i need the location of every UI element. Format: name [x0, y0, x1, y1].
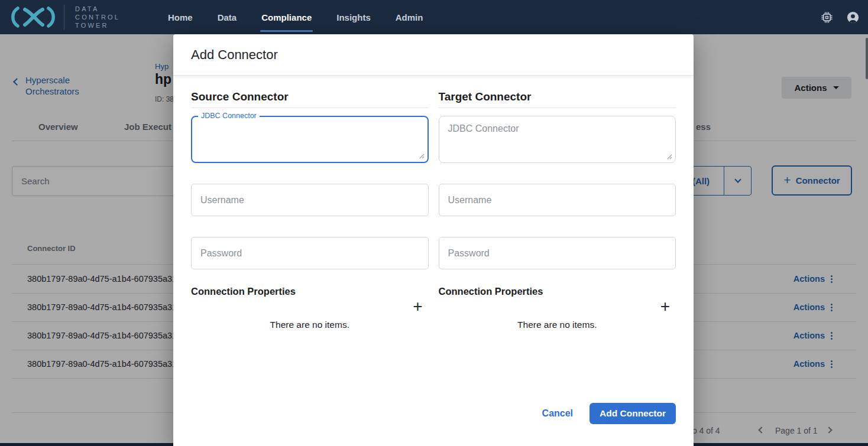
modal-footer: Cancel Add Connector [542, 403, 676, 424]
target-connector-section: Target Connector Connection Properties + [439, 76, 676, 330]
source-username-input[interactable] [192, 184, 428, 216]
brand-line: TOWER [75, 21, 120, 30]
add-connector-submit-button[interactable]: Add Connector [590, 403, 676, 424]
nav-item-admin[interactable]: Admin [396, 0, 423, 34]
chip-icon[interactable] [821, 11, 833, 24]
source-password-field [191, 237, 429, 269]
section-divider [439, 108, 676, 108]
source-password-input[interactable] [192, 237, 428, 269]
source-properties-empty-text: There are no items. [191, 320, 429, 330]
add-connector-modal: Add Connector Source Connector JDBC Conn… [173, 34, 694, 446]
target-jdbc-field [439, 116, 676, 163]
delphix-logo-icon [9, 5, 57, 29]
nav-item-compliance[interactable]: Compliance [261, 0, 312, 34]
source-jdbc-field: JDBC Connector [191, 116, 429, 163]
nav-item-insights[interactable]: Insights [336, 0, 371, 34]
section-divider [191, 108, 429, 108]
nav-item-data[interactable]: Data [218, 0, 237, 34]
primary-nav: Home Data Compliance Insights Admin [168, 0, 423, 34]
modal-title: Add Connector [191, 47, 278, 63]
source-heading: Source Connector [191, 90, 429, 103]
target-password-field [439, 237, 676, 269]
target-properties-empty-text: There are no items. [439, 320, 676, 330]
top-navbar: DATA CONTROL TOWER Home Data Compliance … [0, 0, 868, 34]
brand-line: DATA [75, 5, 120, 13]
nav-item-home[interactable]: Home [168, 0, 193, 34]
source-connector-section: Source Connector JDBC Connector Connec [191, 76, 429, 330]
target-password-input[interactable] [439, 237, 676, 269]
scrollbar-thumb[interactable] [866, 38, 868, 79]
target-username-field [439, 184, 676, 216]
target-username-input[interactable] [439, 184, 676, 216]
brand-line: CONTROL [75, 13, 120, 21]
cancel-button[interactable]: Cancel [542, 408, 573, 419]
brand-wordmark: DATA CONTROL TOWER [75, 5, 120, 30]
target-properties-heading: Connection Properties [439, 286, 676, 297]
page-scrollbar [866, 34, 868, 446]
source-add-property-button[interactable]: + [413, 298, 422, 315]
target-jdbc-input[interactable] [439, 116, 676, 162]
app-window: Hyperscale Orchestrators Hyp hp ID: 38 A… [0, 0, 868, 446]
modal-body: Source Connector JDBC Connector Connec [173, 76, 694, 446]
logo-divider [64, 5, 64, 30]
source-jdbc-input[interactable] [192, 117, 427, 162]
source-properties-heading: Connection Properties [191, 286, 429, 297]
nav-icons [821, 0, 860, 34]
target-add-property-button[interactable]: + [660, 298, 670, 315]
source-username-field [191, 184, 429, 216]
account-icon[interactable] [846, 11, 860, 24]
target-heading: Target Connector [439, 90, 676, 103]
modal-header: Add Connector [173, 34, 694, 76]
